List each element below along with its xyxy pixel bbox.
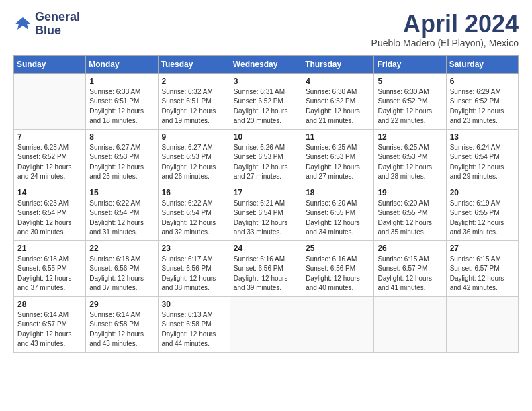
day-header-saturday: Saturday	[446, 55, 518, 73]
page: General Blue April 2024 Pueblo Madero (E…	[0, 0, 532, 411]
day-info: Sunrise: 6:18 AMSunset: 6:55 PMDaylight:…	[17, 255, 82, 293]
calendar-cell: 16Sunrise: 6:22 AMSunset: 6:54 PMDayligh…	[158, 185, 230, 240]
day-info: Sunrise: 6:15 AMSunset: 6:57 PMDaylight:…	[450, 255, 515, 293]
calendar-week-2: 7Sunrise: 6:28 AMSunset: 6:52 PMDaylight…	[14, 129, 519, 185]
calendar-cell: 26Sunrise: 6:15 AMSunset: 6:57 PMDayligh…	[374, 240, 446, 296]
day-info: Sunrise: 6:20 AMSunset: 6:55 PMDaylight:…	[378, 199, 442, 238]
day-header-monday: Monday	[86, 55, 158, 73]
calendar-cell: 22Sunrise: 6:18 AMSunset: 6:56 PMDayligh…	[86, 240, 158, 296]
calendar-cell: 7Sunrise: 6:28 AMSunset: 6:52 PMDaylight…	[14, 129, 86, 185]
day-number: 2	[162, 77, 226, 86]
calendar-cell: 17Sunrise: 6:21 AMSunset: 6:54 PMDayligh…	[230, 185, 302, 240]
calendar-cell: 19Sunrise: 6:20 AMSunset: 6:55 PMDayligh…	[374, 185, 446, 240]
day-info: Sunrise: 6:33 AMSunset: 6:51 PMDaylight:…	[89, 87, 154, 126]
day-number: 5	[378, 77, 442, 86]
day-header-tuesday: Tuesday	[158, 55, 230, 73]
calendar-week-1: 1Sunrise: 6:33 AMSunset: 6:51 PMDaylight…	[14, 73, 519, 129]
calendar-cell: 20Sunrise: 6:19 AMSunset: 6:55 PMDayligh…	[446, 185, 518, 240]
calendar-cell	[374, 296, 446, 352]
day-number: 1	[89, 77, 154, 86]
title-block: April 2024 Pueblo Madero (El Playon), Me…	[371, 11, 519, 48]
calendar-cell: 15Sunrise: 6:22 AMSunset: 6:54 PMDayligh…	[86, 185, 158, 240]
day-info: Sunrise: 6:28 AMSunset: 6:52 PMDaylight:…	[17, 143, 82, 182]
day-number: 6	[450, 77, 515, 86]
day-number: 18	[306, 188, 370, 197]
header: General Blue April 2024 Pueblo Madero (E…	[13, 11, 519, 48]
day-number: 11	[306, 132, 370, 142]
calendar-cell: 18Sunrise: 6:20 AMSunset: 6:55 PMDayligh…	[302, 185, 374, 240]
calendar-cell: 8Sunrise: 6:27 AMSunset: 6:53 PMDaylight…	[86, 129, 158, 185]
day-number: 15	[89, 188, 154, 197]
day-info: Sunrise: 6:25 AMSunset: 6:53 PMDaylight:…	[306, 143, 370, 182]
calendar-cell: 23Sunrise: 6:17 AMSunset: 6:56 PMDayligh…	[158, 240, 230, 296]
day-info: Sunrise: 6:17 AMSunset: 6:56 PMDaylight:…	[162, 255, 226, 293]
calendar-cell: 2Sunrise: 6:32 AMSunset: 6:51 PMDaylight…	[158, 73, 230, 129]
calendar-week-5: 28Sunrise: 6:14 AMSunset: 6:57 PMDayligh…	[14, 296, 519, 352]
day-number: 13	[450, 132, 515, 142]
calendar-cell: 28Sunrise: 6:14 AMSunset: 6:57 PMDayligh…	[14, 296, 86, 352]
day-info: Sunrise: 6:23 AMSunset: 6:54 PMDaylight:…	[17, 199, 82, 238]
calendar-cell: 4Sunrise: 6:30 AMSunset: 6:52 PMDaylight…	[302, 73, 374, 129]
calendar-table: SundayMondayTuesdayWednesdayThursdayFrid…	[13, 55, 519, 353]
day-info: Sunrise: 6:13 AMSunset: 6:58 PMDaylight:…	[162, 310, 226, 349]
day-info: Sunrise: 6:26 AMSunset: 6:53 PMDaylight:…	[234, 143, 298, 182]
day-info: Sunrise: 6:27 AMSunset: 6:53 PMDaylight:…	[162, 143, 226, 182]
day-number: 8	[89, 132, 154, 142]
logo: General Blue	[13, 11, 80, 38]
svg-marker-0	[15, 17, 31, 30]
day-info: Sunrise: 6:22 AMSunset: 6:54 PMDaylight:…	[89, 199, 154, 238]
day-number: 27	[450, 244, 515, 253]
calendar-cell: 30Sunrise: 6:13 AMSunset: 6:58 PMDayligh…	[158, 296, 230, 352]
logo-icon	[13, 15, 32, 34]
day-info: Sunrise: 6:30 AMSunset: 6:52 PMDaylight:…	[378, 87, 442, 126]
day-info: Sunrise: 6:19 AMSunset: 6:55 PMDaylight:…	[450, 199, 515, 238]
calendar-cell: 5Sunrise: 6:30 AMSunset: 6:52 PMDaylight…	[374, 73, 446, 129]
day-info: Sunrise: 6:14 AMSunset: 6:58 PMDaylight:…	[89, 310, 154, 349]
calendar-cell: 3Sunrise: 6:31 AMSunset: 6:52 PMDaylight…	[230, 73, 302, 129]
calendar-cell: 27Sunrise: 6:15 AMSunset: 6:57 PMDayligh…	[446, 240, 518, 296]
day-number: 3	[234, 77, 298, 86]
calendar-cell: 24Sunrise: 6:16 AMSunset: 6:56 PMDayligh…	[230, 240, 302, 296]
day-info: Sunrise: 6:24 AMSunset: 6:54 PMDaylight:…	[450, 143, 515, 182]
location-subtitle: Pueblo Madero (El Playon), Mexico	[371, 38, 519, 48]
calendar-cell	[230, 296, 302, 352]
month-title: April 2024	[371, 11, 519, 38]
day-number: 30	[162, 300, 226, 309]
day-header-thursday: Thursday	[302, 55, 374, 73]
day-header-friday: Friday	[374, 55, 446, 73]
calendar-cell: 10Sunrise: 6:26 AMSunset: 6:53 PMDayligh…	[230, 129, 302, 185]
calendar-cell	[14, 73, 86, 129]
day-header-wednesday: Wednesday	[230, 55, 302, 73]
day-header-sunday: Sunday	[14, 55, 86, 73]
calendar-cell: 29Sunrise: 6:14 AMSunset: 6:58 PMDayligh…	[86, 296, 158, 352]
day-number: 7	[17, 132, 82, 142]
logo-text: General Blue	[35, 11, 80, 38]
day-number: 12	[378, 132, 442, 142]
calendar-cell: 21Sunrise: 6:18 AMSunset: 6:55 PMDayligh…	[14, 240, 86, 296]
day-number: 21	[17, 244, 82, 253]
day-number: 25	[306, 244, 370, 253]
day-info: Sunrise: 6:29 AMSunset: 6:52 PMDaylight:…	[450, 87, 515, 126]
day-info: Sunrise: 6:20 AMSunset: 6:55 PMDaylight:…	[306, 199, 370, 238]
calendar-cell	[446, 296, 518, 352]
day-info: Sunrise: 6:27 AMSunset: 6:53 PMDaylight:…	[89, 143, 154, 182]
day-number: 19	[378, 188, 442, 197]
day-number: 28	[17, 300, 82, 309]
day-number: 22	[89, 244, 154, 253]
calendar-cell: 6Sunrise: 6:29 AMSunset: 6:52 PMDaylight…	[446, 73, 518, 129]
day-info: Sunrise: 6:21 AMSunset: 6:54 PMDaylight:…	[234, 199, 298, 238]
day-number: 20	[450, 188, 515, 197]
day-number: 4	[306, 77, 370, 86]
day-number: 10	[234, 132, 298, 142]
day-info: Sunrise: 6:18 AMSunset: 6:56 PMDaylight:…	[89, 255, 154, 293]
day-number: 24	[234, 244, 298, 253]
calendar-week-3: 14Sunrise: 6:23 AMSunset: 6:54 PMDayligh…	[14, 185, 519, 240]
day-info: Sunrise: 6:25 AMSunset: 6:53 PMDaylight:…	[378, 143, 442, 182]
calendar-week-4: 21Sunrise: 6:18 AMSunset: 6:55 PMDayligh…	[14, 240, 519, 296]
calendar-cell: 11Sunrise: 6:25 AMSunset: 6:53 PMDayligh…	[302, 129, 374, 185]
day-info: Sunrise: 6:14 AMSunset: 6:57 PMDaylight:…	[17, 310, 82, 349]
day-number: 23	[162, 244, 226, 253]
day-info: Sunrise: 6:32 AMSunset: 6:51 PMDaylight:…	[162, 87, 226, 126]
calendar-cell	[302, 296, 374, 352]
calendar-cell: 1Sunrise: 6:33 AMSunset: 6:51 PMDaylight…	[86, 73, 158, 129]
